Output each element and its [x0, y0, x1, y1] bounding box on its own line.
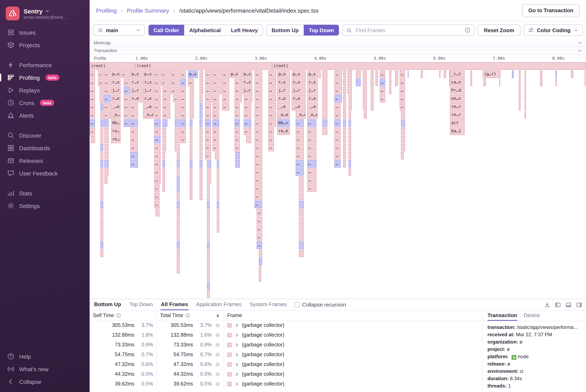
self-time-cell: 44.32ms0.5%: [90, 369, 157, 379]
go-to-transaction-button[interactable]: Go to Transaction: [522, 4, 579, 17]
tab-device[interactable]: Device: [524, 310, 540, 321]
releases-icon: [7, 157, 14, 164]
frame-table-row[interactable]: 44.32ms0.5%44.32ms0.5%(garbage collector…: [90, 369, 482, 379]
dock-right-icon[interactable]: [576, 302, 582, 308]
frame-table-row[interactable]: 39.62ms0.5%39.62ms0.5%(garbage collector…: [90, 379, 482, 389]
frame-table-row[interactable]: 73.33ms0.9%73.33ms0.9%(garbage collector…: [90, 340, 482, 350]
expand-caret-icon[interactable]: [235, 323, 239, 328]
gear-icon[interactable]: [215, 372, 220, 377]
sidebar-item-dashboards[interactable]: Dashboards: [0, 142, 90, 154]
profiling-icon: [7, 74, 14, 81]
expand-caret-icon[interactable]: [235, 333, 239, 337]
app: Sentry jonas.badalic@sent… Issues Projec…: [0, 0, 586, 392]
sidebar-item-settings[interactable]: Settings: [0, 200, 90, 212]
sidebar-item-help[interactable]: Help: [0, 350, 90, 363]
frame-table-row[interactable]: 54.75ms0.7%54.75ms0.7%(garbage collector…: [90, 350, 482, 360]
breadcrumb-profiling[interactable]: Profiling: [96, 7, 117, 14]
tab-bottom-up[interactable]: Bottom Up: [94, 299, 122, 310]
expand-caret-icon[interactable]: [235, 362, 239, 366]
gear-icon[interactable]: [215, 342, 220, 348]
sidebar-item-projects[interactable]: Projects: [0, 39, 90, 51]
time-tick: 3.00s: [255, 56, 268, 60]
time-tick: 2.00s: [195, 56, 209, 60]
node-icon: n: [512, 355, 516, 360]
reset-zoom-button[interactable]: Reset Zoom: [478, 24, 520, 36]
sidebar-item-alerts[interactable]: Alerts: [0, 109, 90, 122]
breadcrumb-profile-summary[interactable]: Profile Summary: [127, 7, 169, 14]
sidebar-item-crons[interactable]: Crons beta: [0, 96, 90, 109]
projects-icon: [7, 42, 14, 48]
sort-call-order-button[interactable]: Call Order: [149, 25, 184, 36]
dock-bottom-icon[interactable]: [566, 302, 571, 308]
crons-icon: [7, 99, 14, 106]
expand-caret-icon[interactable]: [235, 352, 239, 357]
expand-caret-icon[interactable]: [235, 372, 239, 376]
collapse-recursion-checkbox[interactable]: [294, 302, 300, 307]
frame-name: (garbage collector): [242, 342, 284, 348]
tab-system-frames[interactable]: System Frames: [249, 299, 287, 310]
stats-icon: [7, 190, 14, 196]
tab-transaction[interactable]: Transaction: [487, 310, 517, 321]
frame-color-chip: [227, 372, 232, 376]
dock-left-icon[interactable]: [555, 302, 561, 308]
gear-icon[interactable]: [215, 362, 220, 367]
detail-field-organization: organization: ø: [487, 338, 581, 346]
transaction-section-toggle[interactable]: Transaction: [90, 47, 586, 54]
sidebar-item-label: Collapse: [19, 378, 41, 385]
sort-left-heavy-button[interactable]: Left Heavy: [226, 25, 263, 36]
search-input[interactable]: [355, 27, 462, 34]
org-switcher[interactable]: Sentry jonas.badalic@sent…: [0, 6, 90, 26]
sidebar-item-profiling[interactable]: Profiling beta: [0, 71, 90, 84]
expand-caret-icon[interactable]: [235, 342, 239, 347]
direction-top-down-button[interactable]: Top Down: [304, 25, 339, 36]
beta-badge: beta: [46, 74, 60, 80]
flamegraph[interactable]: [90, 62, 586, 299]
color-coding-select[interactable]: Color Coding: [523, 24, 583, 36]
beta-badge: beta: [40, 100, 54, 106]
thread-selector[interactable]: main: [93, 24, 145, 36]
download-icon[interactable]: [544, 302, 550, 308]
frame-table-row[interactable]: 47.32ms0.6%47.32ms0.6%(garbage collector…: [90, 360, 482, 369]
tab-all-frames[interactable]: All Frames: [161, 299, 189, 310]
sidebar-item-label: Releases: [19, 157, 43, 164]
collapse-recursion-label: Collapse recursion: [302, 302, 346, 308]
sidebar-collapse-button[interactable]: Collapse: [0, 375, 90, 388]
sidebar-item-label: Performance: [19, 62, 52, 68]
detail-field-environment: environment: ci: [487, 368, 581, 375]
frame-name: (garbage collector): [242, 381, 284, 387]
sidebar-item-performance[interactable]: Performance: [0, 58, 90, 71]
column-header-self-time[interactable]: Self Time: [90, 310, 157, 320]
user-feedback-icon: [7, 170, 14, 177]
org-name: Sentry: [24, 8, 43, 14]
direction-bottom-up-button[interactable]: Bottom Up: [267, 25, 304, 36]
frame-name: (garbage collector): [242, 362, 284, 367]
sidebar-item-whats-new[interactable]: What's new: [0, 363, 90, 375]
frame-header-label: Frame: [227, 312, 242, 318]
sidebar-item-issues[interactable]: Issues: [0, 26, 90, 39]
frame-cell: (garbage collector): [224, 340, 482, 350]
column-header-frame[interactable]: Frame: [224, 310, 482, 320]
sidebar-item-discover[interactable]: Discover: [0, 129, 90, 142]
sidebar-item-replays[interactable]: Replays: [0, 84, 90, 96]
sidebar-item-user-feedback[interactable]: User Feedback: [0, 167, 90, 180]
color-coding-label: Color Coding: [537, 27, 570, 33]
gear-icon[interactable]: [215, 322, 220, 328]
issues-icon: [7, 29, 14, 36]
list-icon: [97, 28, 103, 33]
sidebar-item-label: Help: [19, 353, 31, 360]
gear-icon[interactable]: [215, 332, 220, 338]
frame-table-row[interactable]: 132.88ms1.6%132.88ms1.6%(garbage collect…: [90, 330, 482, 340]
column-header-total-time[interactable]: Total Time: [157, 310, 224, 320]
sidebar-item-stats[interactable]: Stats: [0, 187, 90, 200]
frame-table-row[interactable]: 305.53ms3.7%305.53ms3.7%(garbage collect…: [90, 320, 482, 330]
gear-icon[interactable]: [215, 381, 220, 386]
tab-application-frames[interactable]: Application Frames: [196, 299, 242, 310]
gear-icon[interactable]: [215, 352, 220, 357]
minimap-section-toggle[interactable]: Minimap: [90, 39, 586, 47]
flamegraph-canvas[interactable]: [90, 62, 586, 299]
sidebar-item-releases[interactable]: Releases: [0, 154, 90, 167]
frame-cell: (garbage collector): [224, 330, 482, 340]
expand-caret-icon[interactable]: [235, 382, 239, 386]
sort-alphabetical-button[interactable]: Alphabetical: [184, 25, 226, 36]
tab-top-down[interactable]: Top Down: [129, 299, 153, 310]
